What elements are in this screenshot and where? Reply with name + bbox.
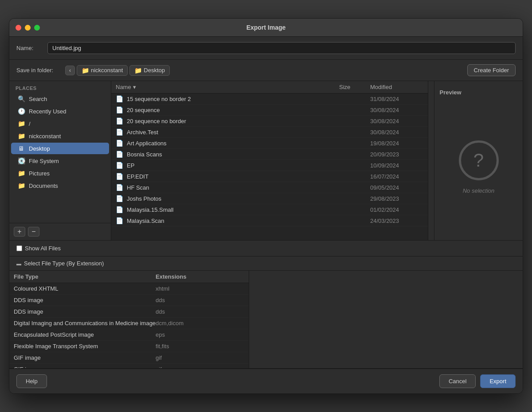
file-row[interactable]: 📄 Joshs Photos 29/08/2023	[111, 193, 428, 204]
file-row[interactable]: 📄 20 sequence no border 30/08/2024	[111, 116, 428, 127]
file-name: Malaysia.15.Small	[127, 206, 339, 213]
file-row[interactable]: 📄 EP 10/09/2024	[111, 160, 428, 171]
file-date: 30/08/2024	[370, 107, 423, 113]
file-icon: 📄	[116, 128, 123, 136]
file-type-row[interactable]: Digital Imaging and Communications in Me…	[9, 318, 249, 329]
filename-input[interactable]	[47, 42, 516, 54]
documents-folder-icon: 📁	[17, 182, 25, 189]
sidebar-item-search[interactable]: 🔍 Search	[11, 93, 109, 105]
file-row[interactable]: 📄 Malaysia.15.Small 01/02/2024	[111, 204, 428, 215]
file-type-scrollbar[interactable]	[249, 271, 254, 368]
sidebar-label-search: Search	[29, 96, 47, 102]
show-all-files-checkbox[interactable]	[16, 245, 22, 251]
folder-row: Save in folder: ‹ 📁 nickconstant 📁 Deskt…	[9, 60, 523, 81]
root-folder-icon: 📁	[17, 120, 25, 127]
home-folder-icon: 📁	[17, 132, 25, 140]
file-type-row[interactable]: GIF image gif	[9, 364, 249, 368]
file-row[interactable]: 📄 15 sequence no border 2 31/08/2024	[111, 93, 428, 105]
sidebar-label-nickconstant: nickconstant	[29, 133, 61, 140]
export-button[interactable]: Export	[480, 374, 516, 388]
file-type-row[interactable]: Encapsulated PostScript image eps	[9, 329, 249, 341]
maximize-button[interactable]	[34, 25, 40, 31]
export-image-dialog: Export Image Name: Save in folder: ‹ 📁 n…	[9, 18, 523, 394]
ft-type: DDS image	[14, 308, 156, 315]
desktop-icon: 🖥	[17, 145, 25, 152]
column-name[interactable]: Name ▾	[116, 84, 339, 90]
file-row[interactable]: 📄 Archive.Test 30/08/2024	[111, 127, 428, 138]
column-size[interactable]: Size	[339, 84, 370, 90]
ft-ext: dds	[156, 297, 244, 303]
minimize-button[interactable]	[25, 25, 31, 31]
sidebar-item-pictures[interactable]: 📁 Pictures	[11, 167, 109, 179]
ft-type: Digital Imaging and Communications in Me…	[14, 320, 156, 326]
back-button[interactable]: ‹	[65, 66, 75, 75]
file-icon: 📄	[116, 206, 123, 213]
col-file-type: File Type	[14, 273, 156, 280]
help-button[interactable]: Help	[16, 374, 47, 388]
close-button[interactable]	[16, 25, 21, 31]
file-date: 30/08/2024	[370, 118, 423, 124]
footer: Help Cancel Export	[9, 369, 523, 393]
file-type-row[interactable]: GIF image gif	[9, 352, 249, 364]
sidebar-item-recently-used[interactable]: 🕐 Recently Used	[11, 105, 109, 117]
preview-question-icon: ?	[459, 140, 499, 180]
file-icon: 📄	[116, 162, 123, 169]
file-icon: 📄	[116, 117, 123, 124]
file-type-header: File Type Extensions	[9, 271, 249, 283]
dialog-title: Export Image	[246, 24, 286, 31]
preview-header: Preview	[434, 86, 523, 99]
breadcrumb-label-2: Desktop	[144, 67, 165, 74]
ft-ext: dds	[156, 308, 244, 315]
clock-icon: 🕐	[17, 108, 25, 115]
create-folder-button[interactable]: Create Folder	[467, 64, 516, 76]
disk-icon: 💽	[17, 157, 25, 164]
file-name: HF Scan	[127, 184, 339, 191]
file-row[interactable]: 📄 Bosnia Scans 20/09/2023	[111, 149, 428, 160]
file-type-section: ▬ Select File Type (By Extension) File T…	[9, 257, 523, 369]
file-date: 24/03/2023	[370, 218, 423, 224]
folder-icon-2: 📁	[134, 67, 142, 74]
sidebar-item-desktop[interactable]: 🖥 Desktop	[11, 143, 109, 154]
file-type-row[interactable]: Coloured XHTML xhtml	[9, 283, 249, 295]
add-place-button[interactable]: +	[14, 227, 25, 237]
file-name: 20 sequence	[127, 107, 339, 113]
sidebar-item-root[interactable]: 📁 /	[11, 118, 109, 129]
file-name: Art Applications	[127, 140, 339, 147]
cancel-button[interactable]: Cancel	[439, 374, 476, 388]
file-type-table: File Type Extensions Coloured XHTML xhtm…	[9, 271, 249, 368]
sidebar-item-documents[interactable]: 📁 Documents	[11, 180, 109, 191]
file-type-toggle[interactable]: ▬ Select File Type (By Extension)	[9, 257, 523, 271]
sidebar-item-nickconstant[interactable]: 📁 nickconstant	[11, 130, 109, 142]
file-date: 19/08/2024	[370, 140, 423, 147]
file-row[interactable]: 📄 EP.EDIT 16/07/2024	[111, 171, 428, 182]
file-list-scrollbar[interactable]	[428, 81, 434, 240]
file-name: 20 sequence no border	[127, 118, 339, 124]
name-label: Name:	[16, 45, 43, 51]
file-name: Malaysia.Scan	[127, 218, 339, 224]
file-type-toggle-label: Select File Type (By Extension)	[24, 260, 104, 267]
folder-label: Save in folder:	[16, 67, 61, 74]
file-name: Joshs Photos	[127, 195, 339, 202]
file-row[interactable]: 📄 HF Scan 09/05/2024	[111, 182, 428, 193]
sidebar-item-file-system[interactable]: 💽 File System	[11, 155, 109, 167]
show-all-files-label[interactable]: Show All Files	[16, 245, 61, 252]
remove-place-button[interactable]: −	[28, 227, 39, 237]
file-type-row[interactable]: DDS image dds	[9, 295, 249, 306]
breadcrumb-desktop[interactable]: 📁 Desktop	[129, 65, 170, 76]
show-all-files-text: Show All Files	[25, 245, 61, 252]
file-row[interactable]: 📄 20 sequence 30/08/2024	[111, 105, 428, 116]
file-type-row[interactable]: DDS image dds	[9, 306, 249, 318]
ft-ext: gif	[156, 354, 244, 361]
ft-type: Encapsulated PostScript image	[14, 331, 156, 338]
file-type-row[interactable]: Flexible Image Transport System fit,fits	[9, 341, 249, 352]
file-name: EP	[127, 162, 339, 169]
ft-ext: gif	[156, 366, 244, 368]
search-icon: 🔍	[17, 95, 25, 102]
breadcrumb-nickconstant[interactable]: 📁 nickconstant	[77, 65, 128, 76]
file-row[interactable]: 📄 Malaysia.Scan 24/03/2023	[111, 215, 428, 226]
ft-ext: fit,fits	[156, 343, 244, 350]
ft-ext: eps	[156, 331, 244, 338]
file-row[interactable]: 📄 Art Applications 19/08/2024	[111, 138, 428, 149]
ft-type: DDS image	[14, 297, 156, 303]
column-modified[interactable]: Modified	[370, 84, 423, 90]
